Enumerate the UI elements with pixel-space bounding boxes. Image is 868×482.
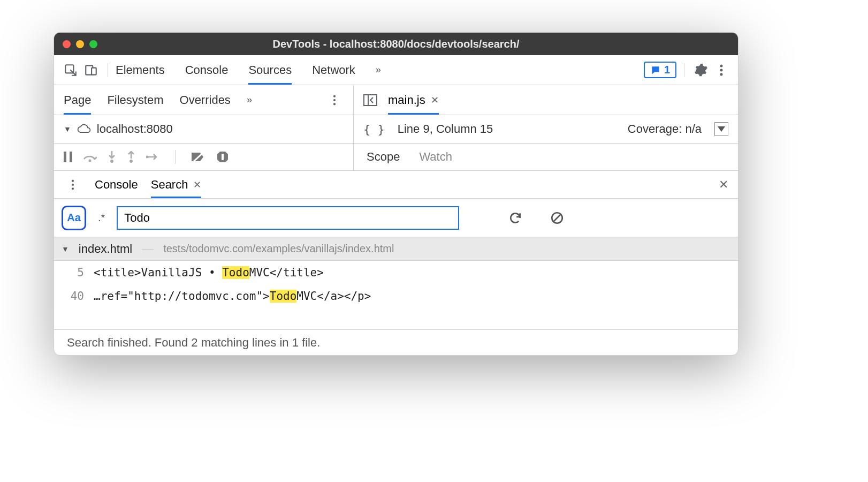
svg-point-18 bbox=[72, 179, 74, 182]
svg-point-15 bbox=[146, 156, 149, 159]
tab-console[interactable]: Console bbox=[185, 55, 229, 85]
svg-point-12 bbox=[89, 160, 92, 162]
tab-watch[interactable]: Watch bbox=[419, 150, 452, 164]
svg-point-3 bbox=[720, 64, 723, 67]
result-line[interactable]: 40 …ref="http://todomvc.com">TodoMVC</a>… bbox=[54, 284, 738, 308]
pause-on-exceptions-icon[interactable] bbox=[216, 150, 229, 163]
step-into-icon[interactable] bbox=[108, 151, 116, 163]
feedback-badge[interactable]: 1 bbox=[644, 62, 676, 78]
gear-icon[interactable] bbox=[692, 61, 710, 79]
svg-point-5 bbox=[720, 73, 723, 76]
close-tab-icon[interactable]: ✕ bbox=[431, 94, 439, 106]
result-file-path: tests/todomvc.com/examples/vanillajs/ind… bbox=[163, 243, 394, 255]
editor-tabs: main.js ✕ bbox=[354, 85, 738, 115]
search-results: ▼ index.html — tests/todomvc.com/example… bbox=[54, 237, 738, 329]
tab-network[interactable]: Network bbox=[312, 55, 355, 85]
tab-elements[interactable]: Elements bbox=[116, 55, 165, 85]
separator bbox=[684, 63, 684, 77]
zoom-window-button[interactable] bbox=[89, 40, 97, 48]
separator bbox=[108, 63, 108, 77]
result-disclosure-icon[interactable]: ▼ bbox=[62, 245, 69, 253]
tree-host-label: localhost:8080 bbox=[97, 122, 173, 136]
svg-point-14 bbox=[130, 160, 133, 163]
drawer-tab-search-label: Search bbox=[151, 178, 188, 192]
separator bbox=[175, 150, 176, 164]
inspect-element-icon[interactable] bbox=[62, 61, 80, 79]
subtab-overrides[interactable]: Overrides bbox=[180, 85, 231, 115]
editor-status-bar: { } Line 9, Column 15 Coverage: n/a bbox=[354, 115, 738, 143]
result-snippet: <title>VanillaJS • TodoMVC</title> bbox=[94, 266, 324, 279]
subtab-page[interactable]: Page bbox=[64, 85, 91, 115]
debug-sidebar-tabs: Scope Watch bbox=[354, 144, 738, 170]
kebab-menu-icon[interactable] bbox=[712, 61, 730, 79]
titlebar: DevTools - localhost:8080/docs/devtools/… bbox=[54, 33, 738, 55]
coverage-label: Coverage: n/a bbox=[628, 122, 702, 136]
traffic-lights bbox=[63, 40, 97, 48]
cursor-position: Line 9, Column 15 bbox=[398, 122, 493, 136]
result-snippet: …ref="http://todomvc.com">TodoMVC</a></p… bbox=[94, 290, 371, 303]
navigator-menu-icon[interactable] bbox=[325, 91, 344, 109]
svg-point-20 bbox=[72, 187, 74, 190]
svg-point-7 bbox=[333, 99, 336, 101]
svg-point-6 bbox=[333, 95, 336, 97]
svg-point-13 bbox=[110, 160, 113, 163]
close-window-button[interactable] bbox=[63, 40, 71, 48]
more-tabs-icon[interactable]: » bbox=[376, 64, 381, 76]
dropdown-icon[interactable] bbox=[714, 122, 728, 136]
status-bar: Search finished. Found 2 matching lines … bbox=[54, 329, 738, 355]
search-input[interactable] bbox=[117, 206, 459, 230]
tree-host-row[interactable]: ▼ localhost:8080 bbox=[54, 115, 353, 143]
drawer-tab-search[interactable]: Search ✕ bbox=[151, 171, 202, 198]
debugger-toolbar bbox=[54, 144, 354, 170]
step-icon[interactable] bbox=[146, 153, 159, 161]
step-out-icon[interactable] bbox=[127, 151, 135, 163]
tree-disclosure-icon[interactable]: ▼ bbox=[64, 125, 71, 133]
result-file-name: index.html bbox=[79, 242, 132, 256]
toggle-navigator-icon[interactable] bbox=[361, 91, 379, 109]
feedback-count: 1 bbox=[664, 64, 670, 76]
refresh-search-icon[interactable] bbox=[508, 211, 522, 225]
editor-file-name: main.js bbox=[388, 93, 425, 107]
tab-scope[interactable]: Scope bbox=[367, 150, 400, 164]
search-toolbar: Aa .* bbox=[54, 199, 738, 237]
editor-pane: main.js ✕ { } Line 9, Column 15 Coverage… bbox=[354, 85, 738, 143]
svg-point-4 bbox=[720, 69, 723, 71]
close-search-tab-icon[interactable]: ✕ bbox=[193, 179, 201, 191]
tab-sources[interactable]: Sources bbox=[248, 55, 292, 85]
main-tabs: Elements Console Sources Network » bbox=[116, 55, 381, 85]
regex-button[interactable]: .* bbox=[95, 212, 108, 224]
navigator-pane: Page Filesystem Overrides » ▼ localhost:… bbox=[54, 85, 354, 143]
pause-icon[interactable] bbox=[64, 152, 72, 162]
svg-point-8 bbox=[333, 103, 336, 105]
svg-rect-11 bbox=[70, 152, 72, 162]
step-over-icon[interactable] bbox=[83, 152, 97, 162]
cloud-icon bbox=[77, 124, 92, 134]
more-subtabs-icon[interactable]: » bbox=[247, 94, 252, 106]
match-case-button[interactable]: Aa bbox=[62, 206, 86, 230]
svg-rect-10 bbox=[64, 152, 66, 162]
line-number: 40 bbox=[66, 290, 84, 303]
result-file-header[interactable]: ▼ index.html — tests/todomvc.com/example… bbox=[54, 237, 738, 261]
main-toolbar: Elements Console Sources Network » 1 bbox=[54, 55, 738, 85]
devtools-window: DevTools - localhost:8080/docs/devtools/… bbox=[54, 32, 738, 356]
clear-search-icon[interactable] bbox=[550, 211, 564, 225]
minimize-window-button[interactable] bbox=[76, 40, 84, 48]
subtab-filesystem[interactable]: Filesystem bbox=[107, 85, 163, 115]
svg-line-22 bbox=[554, 214, 561, 221]
line-number: 5 bbox=[66, 266, 84, 279]
result-line[interactable]: 5 <title>VanillaJS • TodoMVC</title> bbox=[54, 261, 738, 284]
sources-panel: Page Filesystem Overrides » ▼ localhost:… bbox=[54, 85, 738, 144]
navigator-tabs: Page Filesystem Overrides » bbox=[54, 85, 353, 115]
window-title: DevTools - localhost:8080/docs/devtools/… bbox=[54, 38, 738, 50]
pretty-print-icon[interactable]: { } bbox=[363, 123, 385, 136]
device-toolbar-icon[interactable] bbox=[82, 61, 100, 79]
deactivate-breakpoints-icon[interactable] bbox=[192, 152, 205, 162]
drawer-tabs: Console Search ✕ ✕ bbox=[54, 171, 738, 199]
status-text: Search finished. Found 2 matching lines … bbox=[67, 336, 320, 350]
close-drawer-icon[interactable]: ✕ bbox=[719, 178, 728, 192]
editor-file-tab[interactable]: main.js ✕ bbox=[388, 85, 439, 115]
debugger-row: Scope Watch bbox=[54, 144, 738, 171]
drawer-menu-icon[interactable] bbox=[64, 176, 82, 194]
drawer-tab-console[interactable]: Console bbox=[95, 171, 138, 198]
svg-rect-17 bbox=[222, 154, 224, 160]
